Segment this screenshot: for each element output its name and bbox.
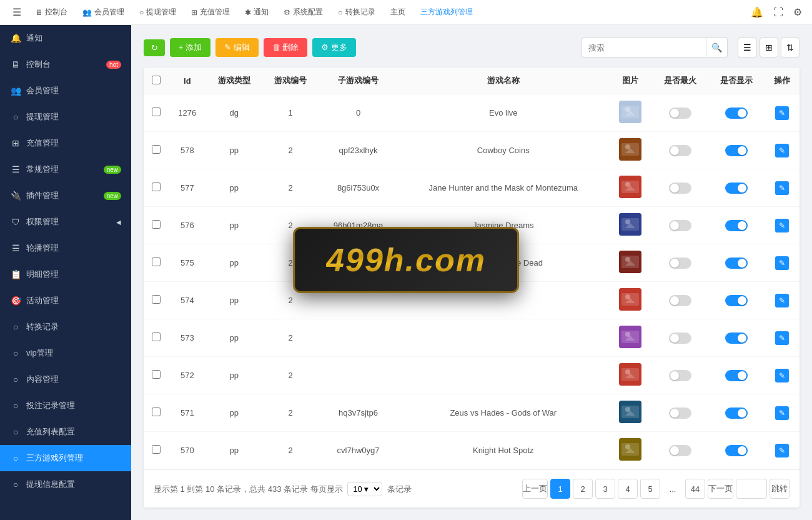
notification-icon[interactable]: 🔔 (748, 4, 766, 21)
nav-dashboard[interactable]: 🖥 控制台 (29, 4, 74, 20)
hot-toggle[interactable] (669, 295, 691, 306)
hot-toggle[interactable] (669, 258, 691, 269)
sidebar-item-dashboard[interactable]: 🖥 控制台 hot (0, 51, 131, 78)
refresh-button[interactable]: ↻ (144, 39, 165, 56)
row-edit-button[interactable]: ✎ (775, 256, 789, 270)
show-toggle[interactable] (725, 258, 748, 269)
hot-toggle[interactable] (669, 182, 691, 194)
show-toggle[interactable] (725, 108, 748, 119)
fullscreen-icon[interactable]: ⛶ (771, 4, 786, 21)
nav-recharge[interactable]: ⊞ 充值管理 (185, 4, 236, 20)
row-edit-button[interactable]: ✎ (775, 181, 789, 195)
row-checkbox[interactable] (152, 145, 161, 154)
row-edit-button[interactable]: ✎ (775, 219, 789, 232)
row-edit-button[interactable]: ✎ (775, 106, 789, 120)
sidebar-item-withdraw2[interactable]: ○ 提现信息配置 (0, 471, 131, 498)
jump-input[interactable] (736, 479, 767, 499)
sidebar-item-notice[interactable]: 🔔 通知 (0, 25, 131, 51)
hot-toggle[interactable] (669, 220, 691, 231)
nav-withdraw[interactable]: ○ 提现管理 (133, 4, 182, 20)
row-gameno: 2 (262, 244, 319, 282)
show-toggle[interactable] (725, 408, 748, 419)
nav-notice[interactable]: ✱ 通知 (239, 4, 275, 20)
row-checkbox[interactable] (152, 182, 161, 191)
hot-toggle[interactable] (669, 108, 691, 119)
page-5-button[interactable]: 5 (640, 479, 660, 499)
show-toggle[interactable] (725, 332, 748, 344)
more-button[interactable]: ⚙ 更多 (312, 38, 356, 57)
nav-member[interactable]: 👥 会员管理 (76, 4, 131, 20)
next-page-button[interactable]: 下一页 (708, 479, 733, 499)
sidebar-item-betlog[interactable]: ○ 投注记录管理 (0, 392, 131, 419)
grid-view-button[interactable]: ⊞ (760, 38, 778, 58)
row-edit-button[interactable]: ✎ (775, 406, 789, 420)
row-checkbox[interactable] (152, 408, 161, 416)
row-edit-button[interactable]: ✎ (775, 294, 789, 308)
sidebar-item-detail[interactable]: 📋 明细管理 (0, 261, 131, 288)
row-checkbox[interactable] (152, 370, 161, 379)
sidebar-item-regular[interactable]: ☰ 常规管理 new (0, 156, 131, 182)
delete-button[interactable]: 🗑 删除 (264, 38, 308, 57)
row-checkbox[interactable] (152, 108, 161, 116)
show-toggle[interactable] (725, 445, 748, 456)
page-44-button[interactable]: 44 (685, 479, 705, 499)
list-view-button[interactable]: ☰ (738, 38, 757, 58)
add-button[interactable]: + 添加 (170, 38, 210, 57)
edit-button[interactable]: ✎ 编辑 (215, 38, 259, 57)
search-box: 🔍 (582, 38, 728, 58)
nav-convert[interactable]: ○ 转换记录 (332, 4, 381, 20)
table-row: 578 pp 2 qpf23xlhyk Cowboy Coins (144, 132, 800, 169)
sidebar-item-withdraw[interactable]: ○ 提现管理 (0, 104, 131, 130)
jump-button[interactable]: 跳转 (770, 479, 790, 499)
hot-toggle[interactable] (669, 370, 691, 381)
hamburger-icon[interactable]: ☰ (7, 4, 26, 21)
nav-main[interactable]: 主页 (384, 4, 412, 20)
per-page-select[interactable]: 10 ▾ 20 50 (347, 482, 382, 496)
show-toggle[interactable] (725, 220, 748, 231)
search-input[interactable] (582, 38, 706, 58)
show-toggle[interactable] (725, 145, 748, 156)
hot-toggle[interactable] (669, 145, 691, 156)
select-all-checkbox[interactable] (152, 76, 161, 84)
row-thumb (609, 207, 652, 244)
sidebar-item-member[interactable]: 👥 会员管理 (0, 78, 131, 104)
sort-button[interactable]: ⇅ (781, 38, 800, 58)
row-edit-button[interactable]: ✎ (775, 331, 789, 345)
prev-page-button[interactable]: 上一页 (522, 479, 548, 499)
row-checkbox-cell (144, 169, 169, 207)
nav-gamelist[interactable]: 三方游戏列管理 (414, 4, 479, 20)
hot-toggle[interactable] (669, 445, 691, 456)
page-2-button[interactable]: 2 (573, 479, 593, 499)
sidebar-item-permission[interactable]: 🛡 权限管理 ◀ (0, 209, 131, 235)
sidebar-item-rechargelist[interactable]: ○ 充值列表配置 (0, 419, 131, 445)
sidebar-item-content[interactable]: ○ 内容管理 (0, 366, 131, 392)
sidebar-item-carousel[interactable]: ☰ 轮播管理 (0, 235, 131, 261)
page-3-button[interactable]: 3 (595, 479, 615, 499)
sidebar-item-activity[interactable]: 🎯 活动管理 (0, 288, 131, 314)
row-show (708, 282, 765, 319)
show-toggle[interactable] (725, 295, 748, 306)
row-checkbox[interactable] (152, 445, 161, 454)
row-edit-button[interactable]: ✎ (775, 144, 789, 158)
svg-point-30 (625, 369, 630, 374)
row-checkbox[interactable] (152, 258, 161, 266)
search-button[interactable]: 🔍 (706, 38, 728, 58)
page-1-button[interactable]: 1 (550, 479, 570, 499)
hot-toggle[interactable] (669, 408, 691, 419)
settings-icon[interactable]: ⚙ (791, 4, 805, 21)
row-edit-button[interactable]: ✎ (775, 369, 789, 382)
show-toggle[interactable] (725, 370, 748, 381)
show-toggle[interactable] (725, 182, 748, 194)
nav-sysconfig[interactable]: ⚙ 系统配置 (277, 4, 329, 20)
row-checkbox[interactable] (152, 332, 161, 341)
hot-toggle[interactable] (669, 332, 691, 344)
sidebar-item-plugin[interactable]: 🔌 插件管理 new (0, 182, 131, 209)
row-edit-button[interactable]: ✎ (775, 444, 789, 458)
sidebar-item-recharge[interactable]: ⊞ 充值管理 (0, 130, 131, 156)
sidebar-item-vip[interactable]: ○ vip管理 (0, 340, 131, 366)
sidebar-item-gamelist[interactable]: ○ 三方游戏列管理 (0, 445, 131, 471)
sidebar-item-convert[interactable]: ○ 转换记录 (0, 314, 131, 340)
row-checkbox[interactable] (152, 295, 161, 304)
page-4-button[interactable]: 4 (618, 479, 638, 499)
row-checkbox[interactable] (152, 220, 161, 229)
